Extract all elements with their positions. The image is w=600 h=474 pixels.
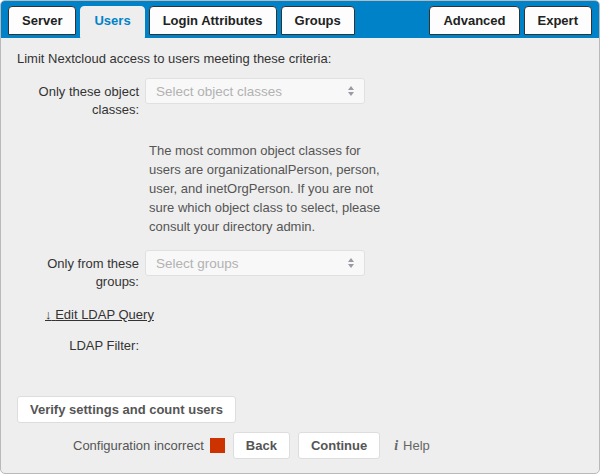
wizard-tabbar: Server Users Login Attributes Groups Adv…: [1, 1, 599, 38]
object-classes-row: Only these object classes: Select object…: [17, 78, 583, 119]
tab-users[interactable]: Users: [80, 6, 144, 38]
groups-placeholder: Select groups: [156, 256, 239, 271]
verify-settings-button[interactable]: Verify settings and count users: [17, 396, 236, 423]
tab-advanced[interactable]: Advanced: [429, 6, 519, 35]
back-button[interactable]: Back: [233, 432, 290, 459]
content-spacer: [17, 355, 583, 396]
help-link[interactable]: i Help: [394, 438, 430, 454]
tab-expert[interactable]: Expert: [524, 6, 592, 35]
groups-row: Only from these groups: Select groups: [17, 250, 583, 291]
status-indicator: [210, 438, 225, 453]
down-arrow-icon: ↓: [45, 307, 52, 322]
object-classes-help-text: The most common object classes for users…: [149, 141, 395, 236]
status-text: Configuration incorrect: [73, 438, 204, 453]
info-icon: i: [394, 438, 398, 454]
object-classes-label: Only these object classes:: [17, 78, 139, 119]
object-classes-select[interactable]: Select object classes: [145, 78, 365, 104]
tab-groups[interactable]: Groups: [281, 6, 355, 35]
object-classes-placeholder: Select object classes: [156, 84, 282, 99]
select-arrows-icon: [348, 86, 354, 96]
select-arrows-icon: [348, 258, 354, 268]
ldap-filter-row: LDAP Filter:: [17, 332, 583, 355]
continue-button[interactable]: Continue: [298, 432, 380, 459]
tab-login-attributes[interactable]: Login Attributes: [149, 6, 277, 35]
groups-select[interactable]: Select groups: [145, 250, 365, 276]
ldap-filter-label: LDAP Filter:: [17, 332, 139, 355]
ldap-wizard-window: Server Users Login Attributes Groups Adv…: [0, 0, 600, 474]
groups-label: Only from these groups:: [17, 250, 139, 291]
edit-ldap-query-label: Edit LDAP Query: [55, 307, 154, 322]
intro-text: Limit Nextcloud access to users meeting …: [17, 50, 583, 68]
footer-status-row: Configuration incorrect Back Continue i …: [73, 432, 583, 459]
tab-server[interactable]: Server: [8, 6, 76, 35]
help-label: Help: [403, 438, 430, 453]
users-tab-panel: Limit Nextcloud access to users meeting …: [1, 38, 599, 473]
edit-ldap-query-link[interactable]: ↓ Edit LDAP Query: [45, 307, 154, 322]
